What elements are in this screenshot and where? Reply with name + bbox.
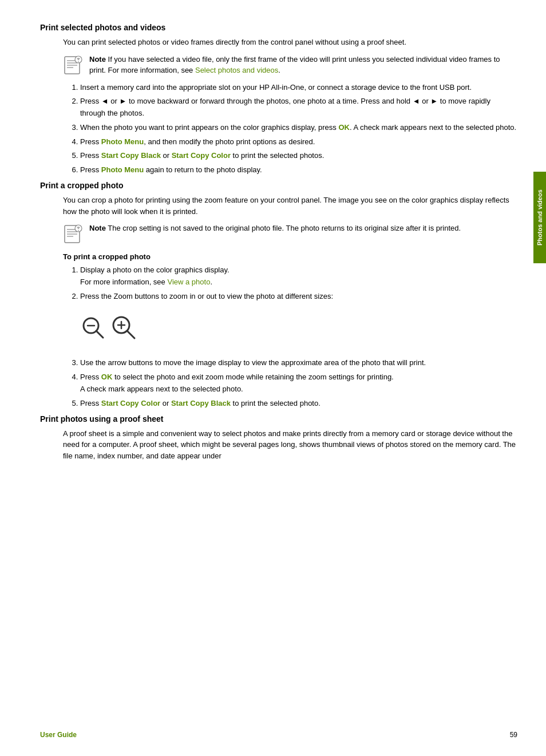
zoom-icons (80, 314, 517, 346)
zoom-in-icon (110, 314, 139, 346)
step-1-5: Press Start Copy Black or Start Copy Col… (80, 150, 517, 162)
ok-bold-2: OK (101, 373, 113, 381)
steps-list-1: Insert a memory card into the appropriat… (80, 82, 517, 177)
step-2-3: Use the arrow buttons to move the image … (80, 357, 517, 369)
section-1-intro: You can print selected photos or video f… (63, 37, 517, 48)
steps-list-2: Display a photo on the color graphics di… (80, 264, 517, 302)
step-1-1: Insert a memory card into the appropriat… (80, 82, 517, 94)
section-proof-sheet: Print photos using a proof sheet A proof… (40, 414, 517, 462)
step-2-5: Press Start Copy Color or Start Copy Bla… (80, 398, 517, 410)
section-heading-3: Print photos using a proof sheet (40, 414, 517, 423)
step-2-4: Press OK to select the photo and exit zo… (80, 371, 517, 395)
note-label-2: Note (89, 224, 106, 232)
sub-heading-cropped: To print a cropped photo (63, 252, 517, 261)
svg-line-18 (127, 331, 134, 338)
start-copy-color-bold-1: Start Copy Color (172, 151, 231, 160)
step-1-4: Press Photo Menu, and then modify the ph… (80, 136, 517, 148)
section-print-selected: Print selected photos and videos You can… (40, 23, 517, 176)
step-1-3: When the photo you want to print appears… (80, 122, 517, 134)
step-2-2: Press the Zoom buttons to zoom in or out… (80, 291, 517, 303)
start-copy-black-bold-2: Start Copy Black (171, 399, 231, 407)
step-2-1: Display a photo on the color graphics di… (80, 264, 517, 288)
photo-menu-bold-2: Photo Menu (101, 165, 144, 174)
section-2-intro: You can crop a photo for printing using … (63, 195, 517, 217)
note-icon-2 (63, 224, 84, 244)
start-copy-black-bold-1: Start Copy Black (101, 151, 161, 160)
zoom-out-icon (80, 315, 106, 345)
section-print-cropped: Print a cropped photo You can crop a pho… (40, 181, 517, 410)
ok-bold-1: OK (338, 123, 350, 132)
svg-point-13 (78, 230, 79, 231)
section-3-intro: A proof sheet is a simple and convenient… (63, 428, 517, 462)
photo-menu-bold-1: Photo Menu (101, 137, 144, 146)
view-photo-link[interactable]: View a photo (167, 278, 210, 286)
right-tab-label: Photos and videos (536, 189, 543, 246)
footer-page-number: 59 (510, 731, 517, 739)
note-text-1: Note If you have selected a video file, … (89, 54, 517, 76)
section-heading-1: Print selected photos and videos (40, 23, 517, 32)
note-content-1: If you have selected a video file, only … (89, 55, 500, 75)
right-tab: Photos and videos (533, 172, 546, 263)
start-copy-color-bold-2: Start Copy Color (101, 399, 160, 407)
step-1-2: Press ◄ or ► to move backward or forward… (80, 96, 517, 120)
note-label-1: Note (89, 55, 106, 64)
steps-list-2b: Use the arrow buttons to move the image … (80, 357, 517, 409)
page-container: Photos and videos Print selected photos … (0, 0, 546, 756)
footer-user-guide: User Guide (40, 731, 77, 739)
svg-point-6 (78, 61, 79, 62)
svg-line-15 (96, 331, 103, 338)
note-icon-1 (63, 55, 84, 76)
select-photos-link[interactable]: Select photos and videos (195, 66, 278, 74)
note-text-2: Note The crop setting is not saved to th… (89, 223, 461, 234)
note-box-1: Note If you have selected a video file, … (63, 54, 517, 76)
step-1-6: Press Photo Menu again to return to the … (80, 164, 517, 176)
footer: User Guide 59 (0, 731, 546, 739)
note-box-2: Note The crop setting is not saved to th… (63, 223, 517, 244)
section-heading-2: Print a cropped photo (40, 181, 517, 190)
note-content-2: The crop setting is not saved to the ori… (108, 224, 461, 232)
